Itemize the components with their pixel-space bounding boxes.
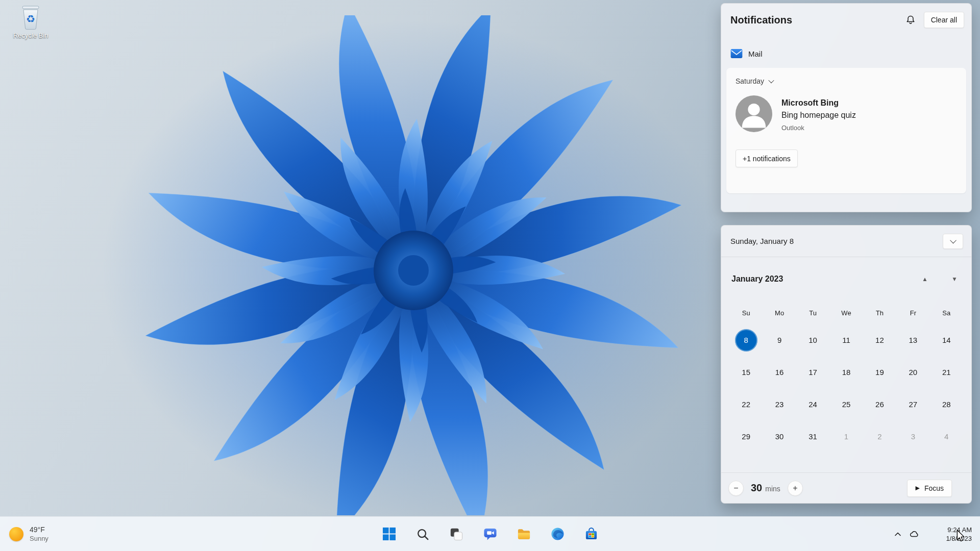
calendar-day[interactable]: 31 (802, 425, 824, 448)
file-explorer-button[interactable] (512, 523, 535, 545)
tray-overflow-button[interactable] (890, 524, 906, 544)
notification-item[interactable]: Microsoft Bing Bing homepage quiz Outloo… (736, 95, 957, 138)
recycle-bin-label: Recycle Bin (13, 32, 48, 39)
calendar-day[interactable]: 19 (868, 361, 891, 384)
day-of-week-label: We (829, 309, 863, 317)
calendar-day[interactable]: 22 (735, 393, 757, 416)
wallpaper-bloom-graphic (87, 15, 740, 515)
calendar-day[interactable]: 21 (935, 361, 958, 384)
windows-start-icon (382, 527, 396, 541)
calendar-day[interactable]: 12 (868, 329, 891, 352)
edge-button[interactable] (546, 523, 569, 545)
svg-text:♻: ♻ (26, 13, 35, 25)
calendar-day[interactable]: 9 (768, 329, 791, 352)
store-icon (584, 527, 598, 541)
file-explorer-icon (517, 527, 531, 541)
calendar-day-selected[interactable]: 8 (735, 329, 757, 352)
focus-duration-value: 30 (751, 482, 762, 494)
task-view-icon (450, 528, 463, 541)
calendar-day[interactable]: 24 (802, 393, 824, 416)
calendar-prev-button[interactable]: ▲ (916, 272, 934, 286)
weather-temperature: 49°F (30, 525, 48, 534)
focus-session-bar: − 30 mins + ▶ Focus (721, 472, 971, 503)
chevron-up-icon (893, 530, 902, 539)
notification-day-label: Saturday (736, 77, 764, 85)
calendar-day[interactable]: 26 (868, 393, 891, 416)
notification-settings-icon (905, 15, 916, 25)
chat-button[interactable] (479, 523, 501, 545)
calendar-header[interactable]: Sunday, January 8 (721, 226, 971, 257)
search-button[interactable] (411, 523, 434, 545)
notifications-header: Notifications Clear all (721, 4, 971, 28)
notification-card: Saturday Microsoft Bing Bing homepage qu… (726, 68, 966, 193)
chat-icon (483, 527, 497, 541)
notification-group-header: Mail (730, 48, 971, 59)
day-of-week-label: Th (863, 309, 896, 317)
caret-up-icon: ▲ (923, 277, 927, 282)
store-button[interactable] (580, 523, 602, 545)
start-button[interactable] (378, 523, 400, 545)
recycle-bin-icon: ♻ (19, 4, 42, 30)
edge-icon (551, 527, 565, 541)
weather-widget[interactable]: 49°F Sunny (0, 517, 58, 551)
day-of-week-label: Sa (930, 309, 963, 317)
calendar-day[interactable]: 10 (802, 329, 824, 352)
decrease-duration-button[interactable]: − (728, 481, 744, 496)
calendar-day[interactable]: 17 (802, 361, 824, 384)
notification-settings-button[interactable] (902, 12, 919, 28)
more-notifications-button[interactable]: +1 notifications (736, 149, 798, 167)
calendar-day[interactable]: 29 (735, 425, 757, 448)
focus-button-label: Focus (924, 484, 944, 492)
chevron-down-icon (950, 237, 957, 244)
calendar-day[interactable]: 16 (768, 361, 791, 384)
notifications-title: Notifications (730, 14, 792, 26)
taskbar: 49°F Sunny (0, 516, 980, 551)
calendar-month-row: January 2023 ▲ ▼ (731, 272, 963, 286)
notification-day-toggle[interactable]: Saturday (736, 77, 957, 85)
calendar-month-label[interactable]: January 2023 (731, 274, 783, 284)
wallpaper-bloom (87, 15, 740, 515)
calendar-day[interactable]: 1 (835, 425, 857, 448)
increase-duration-button[interactable]: + (788, 481, 803, 496)
calendar-day[interactable]: 15 (735, 361, 757, 384)
day-of-week-label: Tu (796, 309, 829, 317)
calendar-next-button[interactable]: ▼ (946, 272, 963, 286)
cloud-icon (910, 530, 919, 539)
calendar-grid: 8910111213141516171819202122232425262728… (729, 324, 963, 453)
calendar-day[interactable]: 13 (902, 329, 924, 352)
calendar-day[interactable]: 4 (935, 425, 958, 448)
calendar-panel: Sunday, January 8 January 2023 ▲ ▼ SuMoT… (721, 225, 972, 504)
calendar-day[interactable]: 11 (835, 329, 857, 352)
calendar-collapse-button[interactable] (943, 234, 963, 249)
calendar-day[interactable]: 25 (835, 393, 857, 416)
calendar-day[interactable]: 23 (768, 393, 791, 416)
weather-condition: Sunny (30, 534, 48, 543)
recycle-bin[interactable]: ♻ Recycle Bin (7, 4, 54, 39)
focus-duration: 30 mins (751, 482, 780, 494)
calendar-day[interactable]: 3 (902, 425, 924, 448)
onedrive-button[interactable] (906, 524, 922, 544)
task-view-button[interactable] (445, 523, 468, 545)
calendar-day[interactable]: 18 (835, 361, 857, 384)
focus-button[interactable]: ▶ Focus (907, 480, 952, 497)
clear-all-button[interactable]: Clear all (924, 12, 964, 28)
day-of-week-label: Su (729, 309, 763, 317)
caret-down-icon: ▼ (953, 277, 957, 282)
calendar-day[interactable]: 20 (902, 361, 924, 384)
day-of-week-label: Fr (896, 309, 929, 317)
calendar-day[interactable]: 2 (868, 425, 891, 448)
avatar (736, 95, 772, 132)
calendar-day[interactable]: 28 (935, 393, 958, 416)
calendar-day[interactable]: 30 (768, 425, 791, 448)
notification-text-block: Microsoft Bing Bing homepage quiz Outloo… (781, 95, 856, 132)
calendar-day[interactable]: 27 (902, 393, 924, 416)
system-tray: 9:24 AM 1/8/2023 (890, 517, 980, 551)
quick-settings-button[interactable] (922, 524, 939, 544)
mouse-cursor-icon (955, 530, 966, 542)
search-icon (416, 528, 429, 541)
mail-icon (730, 48, 743, 59)
notification-subject: Bing homepage quiz (781, 109, 856, 121)
notification-sender: Microsoft Bing (781, 97, 856, 109)
calendar-day[interactable]: 14 (935, 329, 958, 352)
day-of-week-label: Mo (763, 309, 796, 317)
